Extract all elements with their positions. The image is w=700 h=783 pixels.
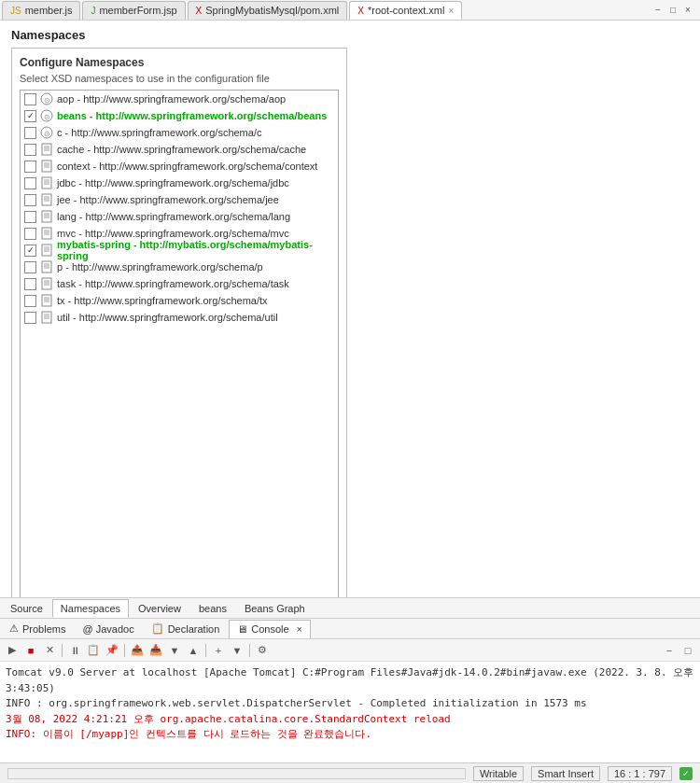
console-tab-problems[interactable]: ⚠Problems — [2, 620, 73, 638]
paste-btn[interactable]: 📌 — [104, 642, 120, 659]
svg-text:⊙: ⊙ — [44, 96, 50, 105]
ns-label: jee - http://www.springframework.org/sch… — [57, 194, 279, 205]
import-btn[interactable]: 📥 — [147, 642, 164, 659]
ns-icon — [40, 227, 53, 240]
status-right-area: ✓ — [679, 767, 693, 780]
configure-desc: Select XSD namespaces to use in the conf… — [20, 73, 339, 84]
ns-checkbox[interactable] — [24, 127, 36, 139]
ns-checkbox[interactable] — [24, 278, 36, 290]
cursor-position-status: 16 : 1 : 797 — [608, 766, 672, 781]
ns-icon — [40, 210, 53, 223]
console-tab-icon: ⚠ — [9, 622, 19, 635]
svg-text:⊙: ⊙ — [44, 113, 50, 121]
console-line: INFO: 이름이 [/myapp]인 컨텍스트를 다시 로드하는 것을 완료했… — [6, 727, 694, 743]
ns-label: tx - http://www.springframework.org/sche… — [57, 295, 268, 306]
prev-btn[interactable]: ▲ — [185, 642, 202, 659]
minimize-button[interactable]: − — [651, 4, 665, 17]
bottom-tab-beans[interactable]: beans — [190, 599, 235, 618]
ns-checkbox[interactable] — [24, 211, 36, 223]
ns-item[interactable]: jdbc - http://www.springframework.org/sc… — [21, 175, 338, 191]
ns-item[interactable]: ⊙aop - http://www.springframework.org/sc… — [21, 91, 338, 107]
tab-label: member.js — [25, 5, 73, 16]
jsp-icon: J — [91, 6, 95, 16]
ns-item[interactable]: context - http://www.springframework.org… — [21, 158, 338, 175]
console-tab---javadoc[interactable]: @ Javadoc — [75, 620, 141, 638]
configure-box: Configure Namespaces Select XSD namespac… — [11, 48, 347, 597]
ns-checkbox[interactable] — [24, 177, 36, 189]
ns-checkbox[interactable] — [24, 144, 36, 156]
ns-item[interactable]: ✓⊙beans - http://www.springframework.org… — [21, 107, 338, 124]
svg-rect-22 — [42, 211, 51, 222]
stop-button[interactable]: ■ — [22, 642, 39, 659]
tab-bar: JS member.js J memberForm.jsp X SpringMy… — [0, 0, 700, 21]
ns-icon — [40, 277, 53, 290]
console-tab-close[interactable]: × — [297, 624, 302, 635]
ns-label: util - http://www.springframework.org/sc… — [57, 312, 278, 323]
console-area: ⚠Problems@ Javadoc📋Declaration🖥Console× … — [0, 618, 700, 762]
export-btn[interactable]: 📤 — [129, 642, 146, 659]
svg-rect-18 — [42, 194, 51, 205]
minimize-console-btn[interactable]: − — [661, 642, 678, 659]
tab-memberform-jsp[interactable]: J memberForm.jsp — [82, 1, 185, 20]
ns-checkbox[interactable]: ✓ — [24, 110, 36, 122]
more-btn[interactable]: ▼ — [229, 642, 245, 659]
console-line: 3월 08, 2022 4:21:21 오후 org.apache.catali… — [6, 712, 694, 728]
tab-pom-xml[interactable]: X SpringMybatisMysql/pom.xml — [188, 1, 348, 20]
ns-item[interactable]: ⊙c - http://www.springframework.org/sche… — [21, 124, 338, 141]
bottom-tab-overview[interactable]: Overview — [130, 599, 189, 618]
ns-checkbox[interactable]: ✓ — [24, 245, 36, 257]
horizontal-scrollbar[interactable] — [7, 768, 466, 779]
ns-icon: ⊙ — [40, 126, 53, 139]
tab-member-js[interactable]: JS member.js — [2, 1, 80, 20]
settings-btn[interactable]: ⚙ — [254, 642, 271, 659]
tab-close-button[interactable]: × — [448, 6, 454, 16]
svg-rect-46 — [42, 312, 51, 323]
ns-item[interactable]: tx - http://www.springframework.org/sche… — [21, 292, 338, 309]
bottom-tab-namespaces[interactable]: Namespaces — [52, 599, 129, 618]
bottom-tab-source[interactable]: Source — [2, 599, 51, 618]
ns-checkbox[interactable] — [24, 295, 36, 307]
separator4 — [249, 644, 250, 657]
ns-checkbox[interactable] — [24, 93, 36, 105]
ns-checkbox[interactable] — [24, 261, 36, 273]
ns-icon — [40, 193, 53, 206]
ns-label: aop - http://www.springframework.org/sch… — [57, 93, 286, 105]
new-console-btn[interactable]: + — [210, 642, 227, 659]
ns-checkbox[interactable] — [24, 312, 36, 324]
scroll-lock-btn[interactable]: ⏸ — [66, 642, 83, 659]
close-button[interactable]: × — [681, 4, 694, 17]
ns-item[interactable]: cache - http://www.springframework.org/s… — [21, 141, 338, 158]
ns-label: task - http://www.springframework.org/sc… — [57, 278, 289, 289]
ns-item[interactable]: ✓mybatis-spring - http://mybatis.org/sch… — [21, 242, 338, 259]
ns-item[interactable]: task - http://www.springframework.org/sc… — [21, 275, 338, 292]
copy-btn[interactable]: 📋 — [85, 642, 102, 659]
tab-label: SpringMybatisMysql/pom.xml — [205, 5, 339, 16]
tab-root-context-xml[interactable]: X *root-context.xml × — [349, 1, 462, 20]
console-tab-console[interactable]: 🖥Console× — [229, 620, 310, 638]
run-button[interactable]: ▶ — [4, 642, 21, 659]
ns-label: cache - http://www.springframework.org/s… — [57, 144, 306, 155]
next-btn[interactable]: ▼ — [166, 642, 183, 659]
status-bar: Writable Smart Insert 16 : 1 : 797 ✓ — [0, 762, 700, 783]
ns-label: c - http://www.springframework.org/schem… — [57, 127, 261, 138]
ns-item[interactable]: jee - http://www.springframework.org/sch… — [21, 191, 338, 208]
svg-rect-34 — [42, 261, 51, 273]
ns-label: context - http://www.springframework.org… — [57, 161, 317, 172]
maximize-console-btn[interactable]: □ — [679, 642, 696, 659]
separator — [62, 644, 63, 657]
clear-button[interactable]: ✕ — [41, 642, 58, 659]
ns-checkbox[interactable] — [24, 194, 36, 206]
ns-item[interactable]: util - http://www.springframework.org/sc… — [21, 309, 338, 326]
restore-button[interactable]: □ — [666, 4, 679, 17]
svg-rect-10 — [42, 161, 51, 172]
ns-item[interactable]: lang - http://www.springframework.org/sc… — [21, 208, 338, 225]
ns-icon: ⊙ — [40, 109, 53, 122]
panel-title: Namespaces — [11, 28, 689, 42]
console-tab-declaration[interactable]: 📋Declaration — [144, 620, 228, 638]
bottom-tabs: SourceNamespacesOverviewbeansBeans Graph — [0, 597, 700, 618]
ns-icon — [40, 244, 53, 257]
console-content: Tomcat v9.0 Server at localhost [Apache … — [0, 662, 700, 762]
bottom-tab-beans-graph[interactable]: Beans Graph — [236, 599, 314, 618]
ns-checkbox[interactable] — [24, 228, 36, 240]
ns-checkbox[interactable] — [24, 161, 36, 173]
